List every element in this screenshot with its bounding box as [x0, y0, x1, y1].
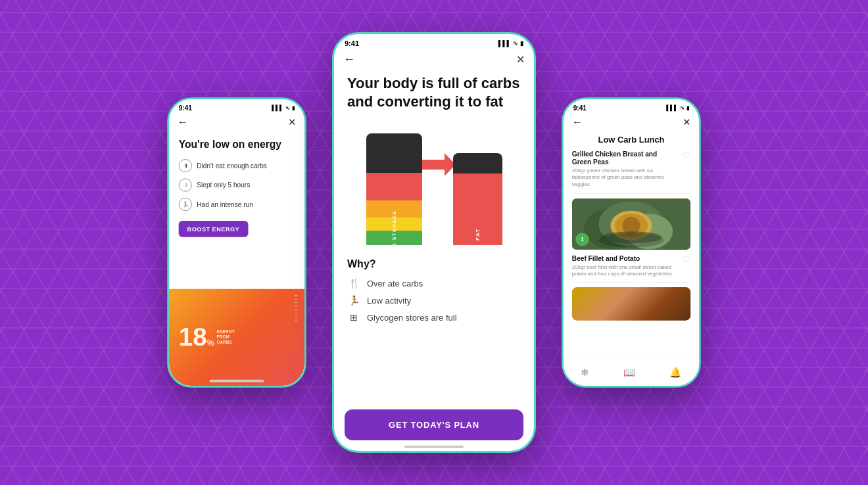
beef-image — [572, 287, 690, 321]
left-home-indicator — [210, 380, 264, 382]
center-phone: 9:41 ▌▌▌ ∿ ▮ ← ✕ Your body is full of ca… — [332, 32, 536, 453]
right-status-icons: ▌▌▌ ∿ ▮ — [666, 104, 689, 110]
reason-item-3: 🏃 Had an intense run — [179, 198, 295, 211]
left-back-button[interactable]: ← — [178, 116, 189, 129]
right-title: Low Carb Lunch — [572, 135, 690, 145]
center-content: Your body is full of carbs and convertin… — [334, 70, 534, 421]
center-title: Your body is full of carbs and convertin… — [347, 74, 521, 110]
right-signal-icon: ▌▌▌ — [666, 104, 678, 110]
why-section: Why? 🍴 Over ate carbs 🏃 Low activity ⊞ G… — [347, 258, 521, 323]
heart-icon-2[interactable]: ♡ — [683, 254, 690, 277]
chicken-svg — [572, 198, 690, 249]
fat-bar-dark — [453, 153, 502, 173]
left-nav-bar: ← ✕ — [169, 114, 304, 133]
recipe-card-1: Grilled Chicken Breast and Green Peas 20… — [572, 150, 690, 193]
center-back-button[interactable]: ← — [343, 53, 355, 66]
recipe-image-1: 1 — [572, 198, 690, 249]
battery-icon: ▮ — [292, 104, 295, 110]
center-time: 9:41 — [345, 39, 359, 47]
recipe-info-1: Grilled Chicken Breast and Green Peas 20… — [572, 150, 678, 188]
reason-text-3: Had an intense run — [197, 201, 253, 208]
why-text-3: Glycogen stores are full — [367, 313, 457, 323]
recipe-info-2: Beef Fillet and Potato 200gr beef fillet… — [572, 254, 678, 277]
left-phone: 9:41 ▌▌▌ ∿ ▮ ← ✕ You're low on energy ⏸ … — [167, 97, 306, 388]
recipe-card-2: Beef Fillet and Potato 200gr beef fillet… — [572, 254, 690, 283]
reason-text-1: Didn't eat enough carbs — [197, 162, 267, 170]
fat-label: FAT — [475, 228, 481, 241]
right-wifi-icon: ∿ — [680, 104, 685, 110]
left-close-button[interactable]: ✕ — [288, 117, 296, 128]
right-bottom-nav: ❄ 📖 🔔 — [564, 359, 699, 386]
reason-item-1: ⏸ Didn't eat enough carbs — [179, 159, 295, 172]
recipe-name-1: Grilled Chicken Breast and Green Peas — [572, 150, 678, 166]
run-icon: 🏃 — [179, 198, 192, 211]
why-item-1: 🍴 Over ate carbs — [347, 278, 521, 289]
heart-icon-1[interactable]: ♡ — [683, 150, 690, 188]
energy-unit: % — [207, 338, 214, 348]
bar-dark-top — [366, 133, 422, 173]
right-nav-bar: ← ✕ — [564, 114, 699, 133]
pause-icon: ⏸ — [179, 159, 192, 172]
center-nav-bar: ← ✕ — [334, 50, 534, 70]
left-status-bar: 9:41 ▌▌▌ ∿ ▮ — [169, 99, 304, 114]
center-status-bar: 9:41 ▌▌▌ ∿ ▮ — [334, 34, 534, 50]
wifi-icon: ∿ — [285, 104, 290, 110]
center-battery-icon: ▮ — [520, 40, 523, 47]
recipe-desc-2: 200gr beef fillet with one small sweet b… — [572, 264, 678, 277]
fat-bar: FAT — [453, 153, 502, 245]
recipe-desc-1: 200gr grilled chicken breast with six ta… — [572, 168, 678, 187]
right-battery-icon: ▮ — [687, 104, 690, 110]
activity-icon: 🏃 — [347, 295, 360, 306]
reason-item-2: ☽ Slept only 5 hours — [179, 179, 295, 192]
why-text-1: Over ate carbs — [367, 279, 423, 289]
center-home-indicator — [404, 446, 464, 448]
why-item-2: 🏃 Low activity — [347, 295, 521, 306]
svg-point-9 — [600, 231, 662, 243]
bar-red — [366, 173, 422, 201]
moon-icon: ☽ — [179, 179, 192, 192]
recipe-name-2: Beef Fillet and Potato — [572, 254, 678, 262]
arrow-connector — [420, 153, 456, 176]
right-content: Low Carb Lunch Grilled Chicken Breast an… — [564, 133, 699, 321]
energy-value: 18 — [179, 323, 207, 352]
center-wifi-icon: ∿ — [513, 40, 518, 47]
recipe-badge-1: 1 — [575, 233, 589, 246]
book-nav-icon[interactable]: 📖 — [623, 367, 635, 379]
reason-text-2: Slept only 5 hours — [197, 181, 250, 189]
right-back-button[interactable]: ← — [572, 116, 583, 129]
center-status-icons: ▌▌▌ ∿ ▮ — [498, 40, 523, 47]
carb-storage-label: CARB STORAGE — [392, 210, 397, 245]
carb-diagram: CARB STORAGE FAT — [347, 124, 521, 245]
right-phone: 9:41 ▌▌▌ ∿ ▮ ← ✕ Low Carb Lunch Grilled … — [562, 97, 701, 388]
left-time: 9:41 — [179, 104, 192, 111]
energy-ruler — [295, 295, 297, 321]
right-time: 9:41 — [573, 104, 587, 111]
center-close-button[interactable]: ✕ — [516, 53, 525, 66]
chicken-image — [572, 198, 690, 249]
carb-storage-bar: CARB STORAGE — [366, 133, 422, 245]
right-status-bar: 9:41 ▌▌▌ ∿ ▮ — [564, 99, 699, 114]
fork-icon: 🍴 — [347, 278, 360, 289]
bell-nav-icon[interactable]: 🔔 — [669, 367, 681, 379]
energy-label: ENERGYFROM CARBS — [217, 330, 241, 345]
left-title: You're low on energy — [179, 139, 295, 151]
left-status-icons: ▌▌▌ ∿ ▮ — [272, 104, 295, 110]
snowflake-nav-icon[interactable]: ❄ — [581, 367, 589, 379]
why-text-2: Low activity — [367, 296, 411, 306]
why-item-3: ⊞ Glycogen stores are full — [347, 312, 521, 323]
grid-icon: ⊞ — [347, 312, 360, 323]
why-title: Why? — [347, 258, 521, 270]
center-signal-icon: ▌▌▌ — [498, 40, 511, 47]
get-todays-plan-button[interactable]: GET TODAY'S PLAN — [345, 409, 523, 440]
phones-container: 9:41 ▌▌▌ ∿ ▮ ← ✕ You're low on energy ⏸ … — [0, 0, 868, 485]
boost-energy-button[interactable]: BOOST ENERGY — [179, 221, 248, 237]
right-close-button[interactable]: ✕ — [683, 117, 690, 128]
energy-bottom-section: 18 % ENERGYFROM CARBS — [169, 289, 304, 386]
svg-marker-0 — [420, 153, 456, 176]
signal-icon: ▌▌▌ — [272, 104, 283, 110]
